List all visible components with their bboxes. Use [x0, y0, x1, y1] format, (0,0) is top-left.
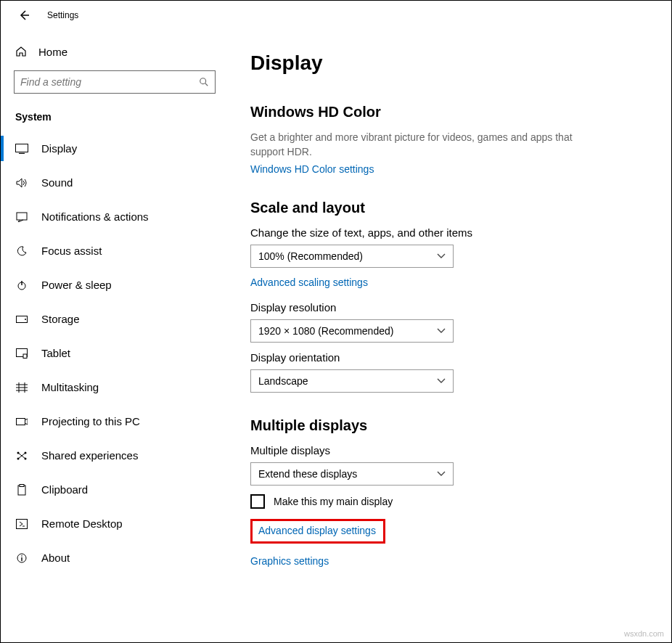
- clipboard-icon: [14, 484, 30, 496]
- svg-rect-5: [17, 213, 27, 220]
- advanced-display-settings-highlight: Advanced display settings: [250, 519, 385, 544]
- multi-value: Extend these displays: [258, 468, 357, 480]
- sidebar-item-label: Display: [41, 142, 77, 155]
- sidebar-home[interactable]: Home: [14, 37, 212, 66]
- sidebar: Home System Display Sound Notifications …: [1, 30, 226, 642]
- svg-rect-3: [16, 144, 28, 152]
- moon-icon: [14, 246, 30, 256]
- remote-icon: [14, 519, 30, 529]
- svg-rect-25: [20, 484, 24, 486]
- sidebar-item-projecting[interactable]: Projecting to this PC: [1, 404, 225, 438]
- sidebar-item-power[interactable]: Power & sleep: [1, 268, 225, 302]
- orientation-value: Landscape: [258, 375, 308, 387]
- scale-heading: Scale and layout: [250, 200, 671, 216]
- chevron-down-icon: [437, 328, 446, 334]
- window-header: Settings: [1, 1, 671, 30]
- svg-rect-26: [17, 519, 28, 528]
- scale-layout-section: Scale and layout Change the size of text…: [250, 200, 671, 393]
- svg-point-29: [21, 555, 22, 557]
- scale-size-label: Change the size of text, apps, and other…: [250, 226, 671, 239]
- storage-icon: [14, 316, 30, 323]
- info-icon: [14, 553, 30, 563]
- sidebar-item-focus-assist[interactable]: Focus assist: [1, 234, 225, 268]
- sidebar-item-clipboard[interactable]: Clipboard: [1, 472, 225, 507]
- multiple-displays-section: Multiple displays Multiple displays Exte…: [250, 417, 671, 567]
- sidebar-item-tablet[interactable]: Tablet: [1, 336, 225, 370]
- hd-color-section: Windows HD Color Get a brighter and more…: [250, 104, 671, 175]
- main-display-label: Make this my main display: [274, 496, 393, 507]
- advanced-display-settings-link[interactable]: Advanced display settings: [258, 525, 376, 536]
- sidebar-item-label: Tablet: [41, 347, 70, 359]
- scale-size-dropdown[interactable]: 100% (Recommended): [250, 245, 454, 268]
- project-icon: [14, 417, 30, 427]
- svg-line-2: [205, 83, 208, 86]
- svg-point-1: [200, 78, 206, 84]
- sidebar-item-label: Notifications & actions: [41, 210, 149, 223]
- hd-heading: Windows HD Color: [250, 104, 671, 120]
- scale-size-value: 100% (Recommended): [258, 250, 363, 262]
- checkbox-icon: [250, 494, 265, 509]
- advanced-scaling-link[interactable]: Advanced scaling settings: [250, 277, 671, 288]
- resolution-value: 1920 × 1080 (Recommended): [258, 325, 393, 337]
- home-label: Home: [38, 46, 67, 58]
- sidebar-item-notifications[interactable]: Notifications & actions: [1, 200, 225, 234]
- resolution-label: Display resolution: [250, 301, 671, 314]
- back-button[interactable]: [15, 7, 33, 24]
- tablet-icon: [14, 348, 30, 359]
- sidebar-item-label: Power & sleep: [41, 279, 112, 291]
- sidebar-item-multitasking[interactable]: Multitasking: [1, 370, 225, 404]
- orientation-label: Display orientation: [250, 351, 671, 364]
- sidebar-item-label: Storage: [41, 313, 80, 325]
- svg-point-9: [25, 319, 26, 320]
- multi-heading: Multiple displays: [250, 417, 671, 434]
- graphics-settings-link[interactable]: Graphics settings: [250, 555, 671, 567]
- multitask-icon: [14, 382, 30, 393]
- sidebar-item-about[interactable]: About: [1, 541, 225, 575]
- svg-rect-11: [23, 354, 27, 359]
- sidebar-item-remote-desktop[interactable]: Remote Desktop: [1, 507, 225, 541]
- home-icon: [14, 46, 28, 57]
- multiple-displays-dropdown[interactable]: Extend these displays: [250, 462, 454, 486]
- sidebar-item-label: Multitasking: [41, 381, 99, 393]
- main-display-checkbox[interactable]: Make this my main display: [250, 494, 671, 509]
- chevron-down-icon: [437, 471, 446, 477]
- hd-desc: Get a brighter and more vibrant picture …: [250, 131, 591, 159]
- resolution-dropdown[interactable]: 1920 × 1080 (Recommended): [250, 319, 454, 343]
- sound-icon: [14, 178, 30, 188]
- sidebar-item-label: Sound: [41, 176, 73, 189]
- search-icon: [199, 77, 209, 87]
- sidebar-item-label: Clipboard: [41, 483, 88, 496]
- sidebar-item-label: Shared experiences: [41, 449, 138, 462]
- svg-rect-17: [17, 418, 25, 425]
- arrow-left-icon: [18, 9, 30, 21]
- sidebar-item-label: About: [41, 552, 70, 564]
- multi-label: Multiple displays: [250, 444, 671, 456]
- search-input[interactable]: [14, 70, 216, 94]
- sidebar-item-sound[interactable]: Sound: [1, 165, 225, 200]
- hd-color-settings-link[interactable]: Windows HD Color settings: [250, 163, 671, 175]
- orientation-dropdown[interactable]: Landscape: [250, 369, 454, 393]
- main-panel: Display Windows HD Color Get a brighter …: [226, 30, 671, 642]
- sidebar-item-label: Projecting to this PC: [41, 415, 140, 427]
- watermark: wsxdn.com: [624, 629, 664, 638]
- search-field[interactable]: [20, 76, 199, 88]
- sidebar-section-title: System: [15, 111, 212, 123]
- chevron-down-icon: [437, 378, 446, 384]
- sidebar-item-shared[interactable]: Shared experiences: [1, 438, 225, 472]
- sidebar-item-label: Remote Desktop: [41, 517, 123, 530]
- page-title: Display: [250, 52, 671, 75]
- shared-icon: [14, 451, 30, 461]
- monitor-icon: [14, 144, 30, 154]
- sidebar-item-display[interactable]: Display: [1, 131, 225, 165]
- sidebar-item-label: Focus assist: [41, 245, 102, 257]
- notification-icon: [14, 212, 30, 222]
- chevron-down-icon: [437, 253, 446, 259]
- power-icon: [14, 280, 30, 290]
- sidebar-item-storage[interactable]: Storage: [1, 302, 225, 336]
- header-title: Settings: [47, 10, 78, 20]
